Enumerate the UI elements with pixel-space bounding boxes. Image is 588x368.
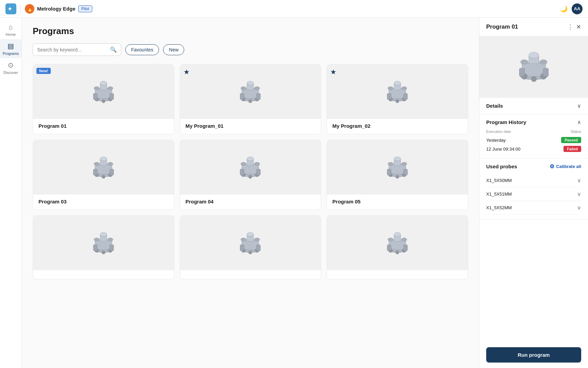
history-col-date: Execution date [486, 129, 511, 134]
svg-point-10 [102, 99, 105, 103]
history-row-0: Yesterday Passed [486, 136, 581, 144]
program-card-p03[interactable]: ★ [327, 64, 468, 134]
svg-point-92 [388, 238, 393, 241]
probe-row-2[interactable]: X1_5X52MM ∨ [486, 201, 581, 215]
card-image-p02: ★ [180, 64, 321, 119]
part-thumbnail [85, 75, 122, 109]
panel-title: Program 01 [486, 24, 565, 30]
card-image-p08 [180, 216, 321, 270]
card-body-p07 [33, 270, 174, 279]
card-body-p01: Program 01 [33, 119, 174, 134]
pilot-badge: Pilot [78, 5, 92, 12]
sidebar-item-home[interactable]: ⌂ Home [0, 20, 21, 39]
sidebar-item-label: Programs [3, 51, 19, 56]
svg-rect-44 [93, 169, 97, 175]
page-title: Programs [33, 26, 468, 36]
search-input[interactable] [37, 47, 107, 52]
svg-point-38 [108, 162, 113, 166]
svg-point-95 [394, 232, 401, 236]
new-filter-button[interactable]: New [163, 44, 184, 55]
card-title-p04: Program 03 [38, 199, 67, 204]
program-card-p01[interactable]: New! [33, 64, 174, 134]
svg-rect-67 [403, 169, 408, 175]
details-chevron-icon: ∨ [577, 103, 581, 109]
svg-text:✦: ✦ [7, 6, 12, 12]
history-section-header[interactable]: Program History ∧ [486, 119, 581, 125]
program-card-p06[interactable]: Program 05 [327, 140, 468, 210]
part-thumbnail [85, 226, 122, 260]
svg-point-93 [401, 238, 407, 241]
details-section-header[interactable]: Details ∨ [486, 103, 581, 109]
svg-point-4 [94, 87, 99, 90]
probe-row-0[interactable]: X1_5X50MM ∨ [486, 174, 581, 187]
svg-point-7 [100, 81, 107, 85]
card-title-p05: Program 04 [186, 199, 214, 204]
svg-point-27 [401, 87, 407, 90]
favourites-filter-button[interactable]: Favourites [125, 44, 159, 55]
main-wrapper: ⌂ Home ▤ Programs ⊙ Discover Programs 🔍 … [0, 18, 588, 368]
run-program-area: Run program [479, 342, 588, 368]
right-panel: Program 01 ⋮ ✕ [479, 18, 588, 368]
svg-point-37 [94, 162, 99, 166]
search-box: 🔍 [33, 43, 121, 56]
probes-section-header: Used probes ⚙ Calibrate all [486, 163, 581, 170]
main-content: Programs 🔍 Favourites New New! [22, 18, 479, 368]
history-row-1: 12 June 09:34:00 Failed [486, 144, 581, 153]
svg-rect-22 [240, 93, 244, 99]
theme-toggle-icon[interactable]: 🌙 [560, 5, 568, 13]
probe-name-0: X1_5X50MM [486, 178, 512, 183]
app-logo: ✦ [5, 3, 16, 14]
svg-point-103 [521, 60, 528, 64]
svg-point-48 [241, 162, 246, 166]
svg-rect-99 [387, 245, 391, 251]
user-avatar[interactable]: AA [572, 3, 583, 14]
calibrate-all-button[interactable]: ⚙ Calibrate all [550, 163, 581, 170]
probe-chevron-0: ∨ [577, 177, 581, 184]
svg-point-73 [100, 232, 107, 236]
sidebar-item-programs[interactable]: ▤ Programs [0, 39, 21, 58]
program-card-p08[interactable] [180, 215, 321, 279]
brand-icon: 🔥 [25, 4, 34, 14]
svg-rect-11 [93, 93, 97, 99]
svg-rect-110 [519, 68, 525, 76]
program-card-p04[interactable]: Program 03 [33, 140, 174, 210]
svg-rect-12 [110, 93, 114, 99]
program-card-p05[interactable]: Program 04 [180, 140, 321, 210]
panel-menu-icon[interactable]: ⋮ [567, 23, 573, 31]
svg-point-5 [108, 87, 113, 90]
topbar-actions: 🌙 AA [560, 3, 583, 14]
discover-icon: ⊙ [8, 61, 14, 69]
svg-point-70 [94, 238, 99, 241]
probe-chevron-2: ∨ [577, 204, 581, 211]
part-thumbnail [379, 226, 416, 260]
calibrate-icon: ⚙ [550, 163, 554, 170]
part-thumbnail [379, 75, 416, 109]
svg-rect-88 [240, 245, 244, 251]
svg-rect-55 [240, 169, 244, 175]
svg-point-76 [102, 251, 105, 254]
svg-rect-78 [110, 245, 114, 251]
card-body-p03: My Program_02 [327, 119, 468, 134]
panel-close-button[interactable]: ✕ [576, 23, 581, 31]
card-title-p02: My Program_01 [186, 123, 224, 129]
history-section: Program History ∧ Execution date Status … [479, 114, 588, 158]
programs-icon: ▤ [7, 42, 14, 50]
programs-grid: New! [33, 64, 468, 279]
svg-point-40 [100, 157, 107, 161]
svg-point-81 [241, 238, 246, 241]
svg-point-71 [108, 238, 113, 241]
run-program-button[interactable]: Run program [486, 347, 581, 363]
sidebar-item-discover[interactable]: ⊙ Discover [0, 58, 21, 77]
star-icon-p02: ★ [184, 68, 190, 76]
svg-point-62 [394, 157, 401, 161]
program-card-p09[interactable] [327, 215, 468, 279]
panel-preview [479, 36, 588, 98]
program-card-p02[interactable]: ★ [180, 64, 321, 134]
part-thumbnail [85, 150, 122, 184]
svg-point-49 [254, 162, 260, 166]
svg-rect-89 [256, 245, 260, 251]
brand-name: Metrology Edge [37, 6, 76, 12]
probe-row-1[interactable]: X1_5X51MM ∨ [486, 187, 581, 201]
program-card-p07[interactable] [33, 215, 174, 279]
svg-rect-34 [403, 93, 408, 99]
